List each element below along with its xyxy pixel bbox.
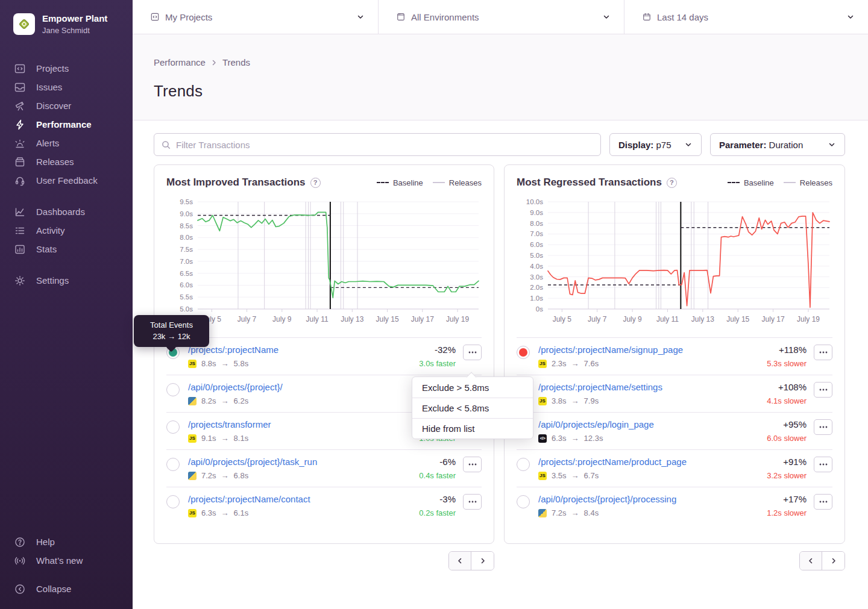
- duration-to: 7.6s: [584, 359, 599, 368]
- page-title: Trends: [154, 82, 845, 101]
- menu-item-hide-from-list[interactable]: Hide from list: [412, 418, 533, 439]
- next-page-button[interactable]: [822, 552, 844, 570]
- issues-icon: [14, 82, 25, 93]
- sidebar-item-discover[interactable]: Discover: [0, 96, 133, 115]
- duration-from: 3.8s: [552, 396, 567, 405]
- next-page-button[interactable]: [471, 552, 494, 570]
- duration-to: 8.1s: [234, 434, 249, 443]
- duration-to: 6.7s: [584, 471, 599, 480]
- app-root: Empower Plant Jane Schmidt Projects Issu…: [0, 0, 868, 609]
- previous-page-button[interactable]: [800, 552, 822, 570]
- duration-from: 6.3s: [201, 508, 216, 517]
- menu-item-exclude-below[interactable]: Exclude < 5.8ms: [412, 398, 533, 418]
- row-actions-button[interactable]: [463, 457, 482, 472]
- arrow-icon: →: [571, 508, 579, 517]
- help-icon: [14, 537, 25, 548]
- sidebar-item-dashboards[interactable]: Dashboards: [0, 202, 133, 221]
- help-circle-icon[interactable]: ?: [310, 178, 321, 188]
- transaction-link[interactable]: /projects/:projectName/settings: [538, 382, 761, 392]
- previous-page-button[interactable]: [449, 552, 471, 570]
- transaction-link[interactable]: /projects/transformer: [188, 419, 413, 429]
- svg-text:7.0s: 7.0s: [180, 258, 193, 265]
- chart-legend: Baseline Releases: [377, 178, 482, 187]
- svg-text:July 9: July 9: [623, 315, 642, 323]
- transaction-radio[interactable]: [166, 420, 180, 434]
- row-actions-button[interactable]: [814, 494, 832, 510]
- sidebar-item-help[interactable]: Help: [0, 532, 133, 551]
- chevron-down-icon: [684, 140, 693, 149]
- org-switcher[interactable]: Empower Plant Jane Schmidt: [0, 13, 133, 35]
- row-actions-menu: Exclude > 5.8ms Exclude < 5.8ms Hide fro…: [412, 376, 533, 439]
- sidebar-item-label: Dashboards: [36, 207, 85, 217]
- duration-from: 7.2s: [552, 508, 567, 517]
- transaction-radio[interactable]: [166, 383, 180, 396]
- tooltip-to: 12k: [178, 332, 190, 341]
- trend-percent: +17%: [767, 494, 807, 504]
- javascript-icon: JS: [188, 360, 197, 368]
- sidebar-item-label: Collapse: [36, 584, 71, 594]
- parameter-dropdown[interactable]: Parameter: Duration: [710, 133, 845, 156]
- row-actions-button[interactable]: [814, 457, 832, 472]
- sidebar-item-projects[interactable]: Projects: [0, 59, 133, 78]
- legend-baseline-label: Baseline: [393, 178, 423, 187]
- row-actions-button[interactable]: [814, 345, 832, 360]
- table-row: /projects/:projectName/signup_page JS2.3…: [517, 337, 832, 375]
- trend-percent: -6%: [419, 457, 456, 467]
- sidebar-item-label: Stats: [36, 244, 57, 254]
- svg-text:July 17: July 17: [411, 315, 434, 323]
- transaction-radio[interactable]: [517, 495, 530, 508]
- baseline-legend-icon: [728, 182, 740, 183]
- sidebar-item-stats[interactable]: Stats: [0, 240, 133, 258]
- sidebar-item-label: Alerts: [36, 138, 59, 148]
- project-selector[interactable]: My Projects: [133, 0, 378, 34]
- projects-icon: [14, 63, 25, 74]
- transaction-link[interactable]: /projects/:projectName/signup_page: [538, 345, 761, 355]
- transaction-link[interactable]: /api/0/projects/{project}/processing: [538, 494, 761, 504]
- daterange-selector[interactable]: Last 14 days: [624, 0, 868, 34]
- row-actions-button[interactable]: [463, 494, 482, 510]
- help-circle-icon[interactable]: ?: [667, 178, 677, 188]
- sidebar-item-settings[interactable]: Settings: [0, 271, 133, 290]
- sidebar-item-performance[interactable]: Performance: [0, 115, 133, 134]
- javascript-icon: JS: [538, 360, 547, 368]
- transaction-link[interactable]: /projects/:projectName/contact: [188, 494, 413, 504]
- row-actions-button[interactable]: [463, 345, 482, 360]
- transaction-radio[interactable]: [517, 346, 530, 359]
- project-selector-label: My Projects: [165, 12, 350, 22]
- sidebar-item-whats-new[interactable]: What’s new: [0, 551, 133, 570]
- environment-selector[interactable]: All Environments: [378, 0, 624, 34]
- row-actions-button[interactable]: [814, 382, 832, 398]
- svg-text:July 19: July 19: [446, 315, 469, 323]
- arrow-icon: →: [571, 359, 579, 368]
- breadcrumb-performance[interactable]: Performance: [154, 57, 206, 67]
- transaction-link[interactable]: /projects/:projectName: [188, 345, 413, 355]
- sidebar-item-alerts[interactable]: Alerts: [0, 134, 133, 152]
- sidebar-item-user-feedback[interactable]: User Feedback: [0, 171, 133, 190]
- row-actions-button[interactable]: [814, 419, 832, 435]
- transaction-link[interactable]: /api/0/projects/ep/login_page: [538, 419, 761, 429]
- transaction-radio[interactable]: [517, 458, 530, 471]
- sidebar-item-releases[interactable]: Releases: [0, 152, 133, 171]
- svg-text:July 5: July 5: [553, 315, 572, 323]
- sidebar-collapse-button[interactable]: Collapse: [0, 579, 133, 598]
- sidebar-item-activity[interactable]: Activity: [0, 221, 133, 240]
- transaction-filter-box: [154, 133, 601, 156]
- trend-percent: -32%: [419, 345, 456, 355]
- svg-text:9.5s: 9.5s: [180, 198, 193, 205]
- menu-item-exclude-above[interactable]: Exclude > 5.8ms: [412, 377, 533, 398]
- code-icon: </>: [538, 434, 547, 443]
- legend-baseline-label: Baseline: [744, 178, 774, 187]
- sidebar-item-issues[interactable]: Issues: [0, 78, 133, 96]
- transaction-radio[interactable]: [166, 495, 180, 508]
- transaction-link[interactable]: /api/0/projects/{project}/: [188, 382, 450, 392]
- legend-releases-label: Releases: [800, 178, 832, 187]
- transaction-link[interactable]: /projects/:projectName/product_page: [538, 457, 761, 467]
- display-dropdown[interactable]: Display: p75: [609, 133, 702, 156]
- search-input[interactable]: [176, 140, 593, 150]
- breadcrumb-trends: Trends: [222, 57, 250, 67]
- transaction-link[interactable]: /api/0/projects/{project}/task_run: [188, 457, 413, 467]
- svg-text:July 7: July 7: [237, 315, 257, 323]
- environment-icon: [397, 12, 405, 22]
- chevron-down-icon: [602, 13, 611, 21]
- transaction-radio[interactable]: [166, 458, 180, 471]
